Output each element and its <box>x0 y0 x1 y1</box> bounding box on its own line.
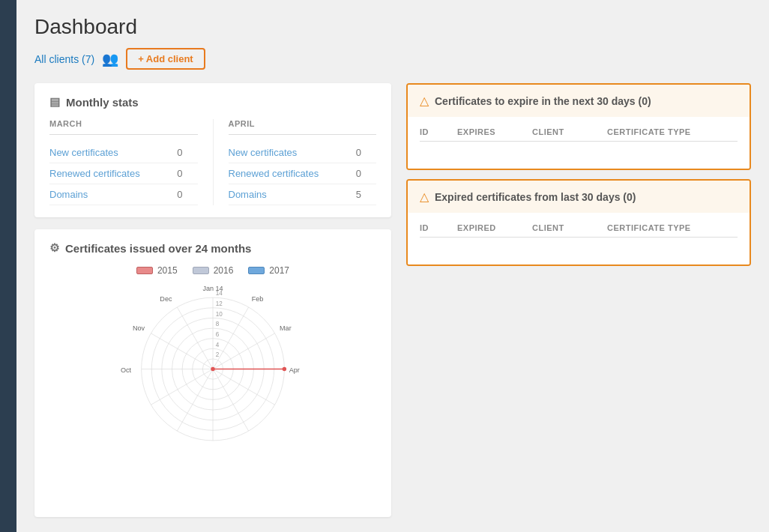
expired-header: △ Expired certificates from last 30 days… <box>408 181 750 213</box>
domains-label-march: Domains <box>49 189 88 200</box>
expiring-table: ID EXPIRES CLIENT CERTIFICATE TYPE <box>408 117 750 169</box>
clients-bar: All clients (7) 👥 + Add client <box>34 48 751 70</box>
renewed-certs-value-april: 0 <box>356 168 361 179</box>
monthly-stats-card: ▤ Monthly stats MARCH New certificates 0… <box>34 83 391 217</box>
svg-line-18 <box>177 307 213 369</box>
svg-text:6: 6 <box>216 331 220 338</box>
svg-text:Jan 14: Jan 14 <box>202 285 223 292</box>
expired-col-expired: EXPIRED <box>457 223 532 232</box>
expired-empty-area <box>420 241 738 256</box>
domains-label-april: Domains <box>229 189 267 200</box>
expiring-col-expires: EXPIRES <box>457 127 532 136</box>
legend-label-2015: 2015 <box>157 265 178 276</box>
page-title: Dashboard <box>34 15 751 39</box>
expiring-col-id: ID <box>420 127 457 136</box>
expiring-title: Certificates to expire in the next 30 da… <box>435 95 651 107</box>
march-col: MARCH New certificates 0 Renewed certifi… <box>49 119 198 205</box>
legend-swatch-2017 <box>248 267 265 274</box>
svg-text:4: 4 <box>216 342 220 348</box>
expired-col-type: CERTIFICATE TYPE <box>607 223 738 232</box>
legend-label-2016: 2016 <box>214 265 234 276</box>
warning-triangle-icon-2: △ <box>420 190 429 204</box>
expiring-empty-area <box>420 145 738 160</box>
expired-table: ID EXPIRED CLIENT CERTIFICATE TYPE <box>408 213 750 265</box>
svg-line-14 <box>177 369 213 432</box>
expiring-col-type: CERTIFICATE TYPE <box>607 127 738 136</box>
left-panel: ▤ Monthly stats MARCH New certificates 0… <box>34 83 391 517</box>
stat-row: Domains 0 <box>49 184 198 205</box>
expired-col-id: ID <box>420 223 457 232</box>
expired-box: △ Expired certificates from last 30 days… <box>406 179 751 266</box>
svg-line-11 <box>213 369 275 405</box>
domains-value-april: 5 <box>356 189 361 200</box>
radar-chart: 14 12 10 8 6 4 2 <box>49 283 376 448</box>
expiring-col-client: CLIENT <box>532 127 607 136</box>
legend-swatch-2015 <box>136 267 153 274</box>
monthly-stats-title: ▤ Monthly stats <box>49 95 376 109</box>
svg-line-15 <box>151 369 213 405</box>
svg-line-9 <box>213 333 275 369</box>
chart-bar-icon: ▤ <box>49 95 60 109</box>
renewed-certs-value-march: 0 <box>177 168 182 179</box>
renewed-certs-label-march: Renewed certificates <box>49 168 140 179</box>
expired-table-header: ID EXPIRED CLIENT CERTIFICATE TYPE <box>420 219 738 238</box>
stat-row: Renewed certificates 0 <box>229 163 377 184</box>
content-grid: ▤ Monthly stats MARCH New certificates 0… <box>34 83 751 517</box>
legend-label-2017: 2017 <box>269 265 289 276</box>
users-icon: 👥 <box>102 51 118 67</box>
svg-text:12: 12 <box>216 300 223 307</box>
expired-col-client: CLIENT <box>532 223 607 232</box>
march-header: MARCH <box>49 119 198 135</box>
svg-line-17 <box>151 333 213 369</box>
new-certs-label-march: New certificates <box>49 147 118 158</box>
svg-text:Apr: Apr <box>289 366 300 374</box>
svg-text:Feb: Feb <box>252 295 264 303</box>
expired-title: Expired certificates from last 30 days (… <box>435 191 636 203</box>
expiring-header: △ Certificates to expire in the next 30 … <box>408 85 750 117</box>
add-client-button[interactable]: + Add client <box>126 48 205 70</box>
legend-2017: 2017 <box>248 265 289 276</box>
svg-text:2: 2 <box>216 351 220 358</box>
chart-title: ⚙ Certificates issued over 24 months <box>49 241 376 255</box>
domains-value-march: 0 <box>177 189 182 200</box>
svg-point-28 <box>211 367 214 371</box>
stat-row: Renewed certificates 0 <box>49 163 198 184</box>
svg-text:Mar: Mar <box>280 324 292 332</box>
svg-point-27 <box>283 367 286 371</box>
new-certs-label-april: New certificates <box>229 147 298 158</box>
svg-text:Nov: Nov <box>133 324 145 332</box>
stats-divider <box>213 119 214 205</box>
stat-row: Domains 5 <box>229 184 377 205</box>
stat-row: New certificates 0 <box>49 142 198 163</box>
new-certs-value-april: 0 <box>356 147 361 158</box>
sidebar <box>0 0 16 532</box>
gear-icon: ⚙ <box>49 241 59 255</box>
svg-text:Oct: Oct <box>121 366 132 374</box>
legend-2015: 2015 <box>136 265 178 276</box>
april-header: APRIL <box>229 119 377 135</box>
main-content: Dashboard All clients (7) 👥 + Add client… <box>16 0 769 532</box>
chart-card: ⚙ Certificates issued over 24 months 201… <box>34 229 391 517</box>
expiring-table-header: ID EXPIRES CLIENT CERTIFICATE TYPE <box>420 123 738 142</box>
legend-swatch-2016 <box>193 267 209 274</box>
svg-line-12 <box>213 369 249 432</box>
svg-text:Dec: Dec <box>160 295 172 303</box>
svg-text:10: 10 <box>216 311 223 318</box>
svg-text:8: 8 <box>216 321 220 327</box>
legend-2016: 2016 <box>193 265 234 276</box>
all-clients-link[interactable]: All clients (7) <box>34 53 94 65</box>
expiring-box: △ Certificates to expire in the next 30 … <box>406 83 751 170</box>
chart-legend: 2015 2016 2017 <box>49 265 376 276</box>
stats-table: MARCH New certificates 0 Renewed certifi… <box>49 119 376 205</box>
warning-triangle-icon: △ <box>420 94 429 108</box>
right-panel: △ Certificates to expire in the next 30 … <box>406 83 751 517</box>
radar-chart-container: 14 12 10 8 6 4 2 <box>49 283 376 448</box>
april-col: APRIL New certificates 0 Renewed certifi… <box>229 119 377 205</box>
stat-row: New certificates 0 <box>229 142 377 163</box>
new-certs-value-march: 0 <box>177 147 182 158</box>
renewed-certs-label-april: Renewed certificates <box>229 168 319 179</box>
